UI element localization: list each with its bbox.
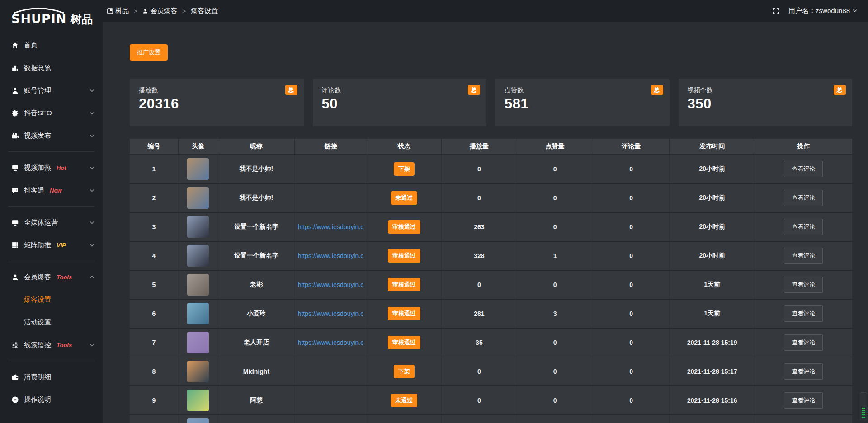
sidebar-item-video-publish[interactable]: 视频发布 (0, 124, 103, 147)
total-badge: 总 (834, 85, 846, 95)
fullscreen-icon[interactable] (773, 8, 779, 14)
view-comments-button[interactable]: 查看评论 (784, 248, 823, 264)
table-row: 2 我不是小帅! 未通过 0 0 0 20小时前 查看评论 (130, 183, 852, 212)
sidebar-subitem-label: 爆客设置 (24, 296, 51, 304)
status-badge[interactable]: 审核通过 (388, 278, 420, 291)
col-header-avatar: 头像 (179, 139, 218, 154)
avatar (187, 158, 209, 180)
video-link[interactable]: https://www.iesdouyin.c (298, 223, 364, 230)
sidebar-item-help[interactable]: ? 操作说明 (0, 388, 103, 411)
publish-time: 20小时前 (699, 223, 725, 231)
comments-count: 0 (629, 281, 633, 288)
view-comments-button[interactable]: 查看评论 (784, 363, 823, 380)
view-comments-button[interactable]: 查看评论 (784, 306, 823, 322)
monitor-icon (11, 218, 19, 226)
comments-count: 0 (629, 339, 633, 346)
member-icon (11, 273, 19, 281)
status-badge[interactable]: 审核通过 (388, 249, 420, 263)
logo-arc (12, 7, 66, 14)
bar-chart-icon (11, 64, 19, 72)
likes-count: 1 (553, 252, 557, 259)
sidebar-item-label: 数据总览 (24, 64, 51, 72)
sidebar-item-member-baoke[interactable]: 会员爆客 Tools (0, 266, 103, 288)
breadcrumb-separator: > (182, 8, 187, 14)
chat-icon (11, 186, 19, 194)
chevron-down-icon (90, 221, 94, 224)
video-link[interactable]: https://www.iesdouyin.c (298, 281, 364, 288)
sidebar-item-clue-monitor[interactable]: 线索监控 Tools (0, 334, 103, 356)
sidebar-item-all-media[interactable]: 全媒体运营 (0, 211, 103, 234)
topbar: 树品 > 会员爆客 > 爆客设置 用户名：zswodun88 (103, 0, 868, 22)
plays-count: 263 (474, 223, 484, 230)
view-comments-button[interactable]: 查看评论 (784, 334, 823, 351)
sidebar-item-douyin-seo[interactable]: 抖音SEO (0, 102, 103, 124)
breadcrumb-item-member-baoke[interactable]: 会员爆客 (142, 7, 178, 15)
sidebar-subitem-baoke-settings[interactable]: 爆客设置 (0, 288, 103, 311)
promotion-settings-button[interactable]: 推广设置 (130, 44, 168, 61)
row-number: 6 (152, 310, 156, 317)
table-row: 3 设置一个新名字 https://www.iesdouyin.c 审核通过 2… (130, 212, 852, 241)
sidebar-item-label: 会员爆客 (24, 273, 51, 282)
video-link[interactable]: https://www.iesdouyin.c (298, 339, 364, 346)
sidebar-item-account-management[interactable]: 账号管理 (0, 79, 103, 102)
status-badge[interactable]: 下架 (394, 365, 415, 378)
likes-count: 0 (553, 281, 557, 288)
user-icon (11, 86, 19, 94)
table-row: 4 设置一个新名字 https://www.iesdouyin.c 审核通过 3… (130, 241, 852, 270)
table-row: 6 小爱玲 https://www.iesdouyin.c 审核通过 281 3… (130, 299, 852, 328)
view-comments-button[interactable]: 查看评论 (784, 161, 823, 177)
sidebar-divider (8, 151, 94, 152)
chevron-down-icon (90, 89, 94, 92)
sidebar-subitem-activity-settings[interactable]: 活动设置 (0, 311, 103, 334)
plays-count: 35 (476, 339, 483, 346)
sidebar-item-douketong[interactable]: 抖客通 New (0, 179, 103, 202)
view-comments-button[interactable]: 查看评论 (784, 219, 823, 235)
status-badge[interactable]: 未通过 (391, 394, 417, 407)
breadcrumb-item-baoke-settings[interactable]: 爆客设置 (191, 7, 218, 15)
status-badge[interactable]: 未通过 (391, 191, 417, 205)
video-link[interactable]: https://www.iesdouyin.c (298, 252, 364, 259)
col-header-comments: 评论量 (593, 139, 670, 154)
likes-count: 0 (553, 397, 557, 404)
sidebar-item-matrix-boost[interactable]: 矩阵助推 VIP (0, 234, 103, 256)
sidebar-item-label: 线索监控 (24, 341, 51, 349)
plays-count: 0 (477, 165, 481, 173)
gear-icon (11, 109, 19, 117)
view-comments-button[interactable]: 查看评论 (784, 190, 823, 206)
breadcrumb-item-shupin[interactable]: 树品 (107, 7, 129, 15)
publish-time: 2021-11-28 15:17 (687, 368, 737, 375)
status-badge[interactable]: 审核通过 (388, 336, 420, 349)
nickname: 老彬 (250, 281, 263, 289)
sidebar-item-home[interactable]: 首页 (0, 34, 103, 56)
avatar (187, 274, 209, 296)
nickname: 设置一个新名字 (234, 252, 278, 260)
chevron-down-icon (90, 244, 94, 247)
avatar (187, 390, 209, 411)
sidebar-item-video-heat[interactable]: 视频加热 Hot (0, 156, 103, 179)
svg-text:?: ? (14, 397, 16, 402)
comments-count: 0 (629, 165, 633, 173)
sidebar-item-data-overview[interactable]: 数据总览 (0, 56, 103, 79)
row-number: 1 (152, 165, 156, 173)
sidebar-item-label: 视频加热 (24, 164, 51, 172)
likes-count: 0 (553, 223, 557, 230)
user-icon (142, 8, 148, 14)
view-comments-button[interactable]: 查看评论 (784, 392, 823, 409)
sidebar-item-label: 全媒体运营 (24, 218, 58, 227)
row-number: 5 (152, 281, 156, 288)
view-comments-button[interactable]: 查看评论 (784, 277, 823, 293)
sidebar-item-label: 消费明细 (24, 373, 51, 381)
col-header-link: 链接 (295, 139, 367, 154)
status-badge[interactable]: 审核通过 (388, 307, 420, 320)
table-row: 10 (130, 414, 852, 423)
status-badge[interactable]: 下架 (394, 162, 415, 176)
scroll-widget[interactable] (860, 392, 867, 420)
avatar (187, 332, 209, 353)
chevron-up-icon (90, 276, 94, 279)
tools-badge: Tools (57, 342, 72, 348)
status-badge[interactable]: 审核通过 (388, 220, 420, 234)
user-menu[interactable]: 用户名：zswodun88 (788, 7, 857, 15)
video-link[interactable]: https://www.iesdouyin.c (298, 310, 364, 317)
stat-value: 350 (688, 96, 844, 112)
sidebar-item-spend-details[interactable]: 消费明细 (0, 366, 103, 388)
